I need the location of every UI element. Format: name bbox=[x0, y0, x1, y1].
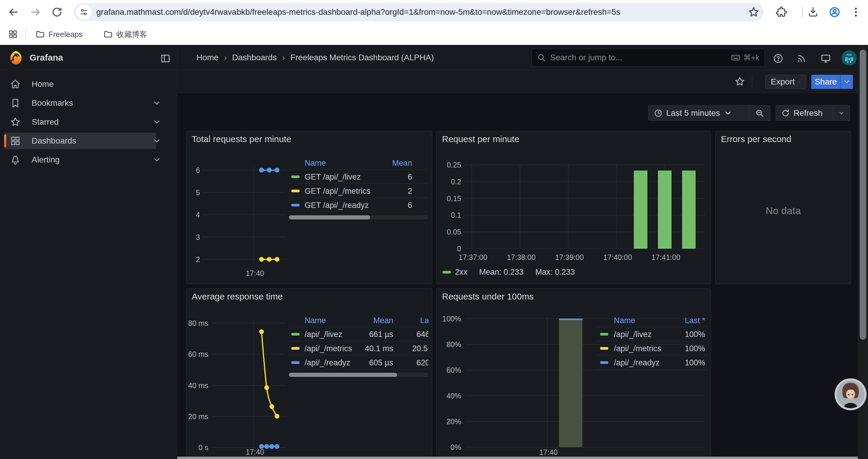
back-icon[interactable] bbox=[5, 4, 22, 21]
y-tick-label: 0.2 bbox=[451, 177, 461, 186]
reload-icon[interactable] bbox=[49, 4, 66, 21]
y-tick-label: 20% bbox=[446, 417, 461, 426]
share-menu-button[interactable] bbox=[840, 75, 853, 89]
legend-value-last: 100% bbox=[685, 344, 705, 353]
chevron-down-icon[interactable] bbox=[152, 136, 161, 145]
legend-row[interactable]: /api/_/metrics100% bbox=[596, 341, 708, 355]
series-point bbox=[259, 168, 264, 172]
sidebar-item-bookmarks[interactable]: Bookmarks bbox=[4, 95, 156, 111]
site-settings-icon[interactable] bbox=[76, 4, 92, 20]
legend-h-scrollbar[interactable] bbox=[288, 373, 428, 377]
menu-icon[interactable] bbox=[847, 4, 864, 21]
legend-row[interactable]: /api/_/livez661 µs646 µs bbox=[288, 327, 428, 341]
breadcrumb-dashboards[interactable]: Dashboards bbox=[232, 53, 277, 62]
time-range-picker[interactable]: Last 5 minutes bbox=[648, 105, 749, 121]
legend-row[interactable]: /api/_/livez100% bbox=[596, 327, 708, 341]
address-bar[interactable]: grafana.mathmast.com/d/deytv4rwavabkb/fr… bbox=[74, 3, 764, 21]
no-data-message: No data bbox=[716, 205, 851, 217]
legend-swatch bbox=[600, 333, 608, 335]
bookmark-folder-freeleaps[interactable]: Freeleaps bbox=[32, 27, 86, 42]
legend-row[interactable]: /api/_/readyz100% bbox=[596, 355, 708, 369]
monitor-icon[interactable] bbox=[818, 51, 833, 66]
legend-row[interactable]: GET /api/_/metrics2 bbox=[288, 184, 428, 198]
legend-value-last: 100% bbox=[685, 330, 705, 339]
bar-chart[interactable]: 00.050.10.150.20.2517:37:0017:38:0017:39… bbox=[437, 131, 711, 286]
chevron-down-icon[interactable] bbox=[152, 155, 161, 164]
grafana-app: Grafana Home › Dashboards › Freeleaps Me… bbox=[0, 45, 868, 459]
legend-row[interactable]: /api/_/readyz605 µs620 µs bbox=[288, 355, 428, 369]
legend-column-header[interactable]: Mean bbox=[373, 316, 393, 325]
search-input[interactable]: Search or jump to... ⌘+k bbox=[531, 49, 765, 66]
search-icon bbox=[537, 53, 546, 62]
home-icon bbox=[10, 79, 21, 90]
sidebar-item-home[interactable]: Home bbox=[4, 76, 156, 93]
favorite-star-icon[interactable] bbox=[733, 74, 747, 89]
legend-column-header[interactable]: Last * bbox=[685, 316, 705, 325]
y-tick-label: 4 bbox=[196, 210, 200, 219]
extensions-icon[interactable] bbox=[773, 4, 790, 21]
series-point bbox=[259, 444, 264, 449]
y-tick-label: 6 bbox=[196, 166, 200, 174]
y-tick-label: 0 s bbox=[198, 444, 208, 452]
grafana-sidebar: Home Bookmarks Starred Dashboards Alerti… bbox=[0, 70, 177, 459]
share-button[interactable]: Share bbox=[811, 75, 840, 89]
legend-column-header[interactable]: Name bbox=[614, 316, 635, 325]
legend-item-2xx[interactable]: 2xx Mean: 0.233 Max: 0.233 bbox=[442, 268, 575, 277]
apps-grid-icon[interactable] bbox=[5, 27, 21, 42]
sidebar-item-starred[interactable]: Starred bbox=[4, 114, 156, 130]
series-point bbox=[275, 257, 279, 262]
legend-value-mean: 40.1 ms bbox=[365, 344, 393, 353]
profile-icon[interactable] bbox=[826, 4, 843, 21]
legend-swatch bbox=[291, 333, 300, 335]
chevron-down-icon[interactable] bbox=[152, 99, 161, 107]
panel-errors-per-second: Errors per second No data bbox=[715, 131, 851, 284]
legend-column-header[interactable]: Name bbox=[305, 316, 326, 325]
legend-row[interactable]: /api/_/metrics40.1 ms20.5 ms bbox=[288, 341, 428, 355]
legend-column-header[interactable]: Last * bbox=[420, 316, 428, 325]
y-tick-label: 80% bbox=[446, 340, 461, 349]
help-icon[interactable] bbox=[771, 51, 785, 66]
vertical-scrollbar[interactable] bbox=[860, 50, 866, 340]
y-tick-label: 60 ms bbox=[188, 350, 208, 358]
breadcrumb: Home › Dashboards › Freeleaps Metrics Da… bbox=[196, 45, 434, 70]
sidebar-item-label: Bookmarks bbox=[32, 98, 73, 108]
sidebar-item-label: Dashboards bbox=[32, 136, 76, 145]
url-text: grafana.mathmast.com/d/deytv4rwavabkb/fr… bbox=[96, 7, 745, 17]
sidebar-item-alerting[interactable]: Alerting bbox=[4, 152, 156, 168]
series-point bbox=[267, 168, 272, 172]
panel-title[interactable]: Errors per second bbox=[721, 134, 791, 144]
downloads-icon[interactable] bbox=[804, 4, 822, 21]
sidebar-item-label: Starred bbox=[32, 117, 59, 127]
legend-series-name: GET /api/_/metrics bbox=[305, 187, 370, 196]
bar bbox=[682, 170, 696, 249]
legend-column-header[interactable]: Mean bbox=[392, 159, 412, 168]
sidebar-toggle-icon[interactable] bbox=[158, 51, 173, 66]
chevron-down-icon[interactable] bbox=[152, 118, 161, 126]
legend-series-name: /api/_/readyz bbox=[305, 358, 350, 367]
user-avatar[interactable] bbox=[841, 50, 857, 66]
legend-table: NameLast */api/_/livez100%/api/_/metrics… bbox=[596, 314, 708, 373]
forward-icon[interactable] bbox=[27, 4, 44, 21]
y-tick-label: 0.25 bbox=[447, 161, 461, 169]
x-tick-label: 17:37:00 bbox=[459, 253, 487, 261]
sidebar-item-dashboards[interactable]: Dashboards bbox=[4, 133, 156, 149]
bookmark-folder-blogs[interactable]: 收藏博客 bbox=[100, 27, 150, 42]
zoom-out-icon[interactable] bbox=[749, 105, 770, 121]
legend-row[interactable]: GET /api/_/readyz6 bbox=[288, 198, 428, 212]
refresh-interval-dropdown[interactable] bbox=[833, 105, 850, 121]
news-rss-icon[interactable] bbox=[794, 51, 809, 66]
folder-icon bbox=[103, 30, 113, 39]
export-button[interactable]: Export bbox=[765, 75, 806, 89]
legend-h-scrollbar[interactable] bbox=[288, 215, 428, 220]
refresh-button[interactable]: Refresh bbox=[776, 105, 833, 121]
legend-swatch bbox=[291, 175, 300, 178]
horizontal-scrollbar[interactable] bbox=[177, 457, 868, 459]
legend-row[interactable]: GET /api/_/livez6 bbox=[288, 169, 428, 184]
floating-avatar-widget[interactable] bbox=[834, 378, 867, 411]
series-point bbox=[259, 257, 264, 262]
grafana-logo[interactable] bbox=[8, 50, 24, 65]
panel-requests-under-100ms: Requests under 100ms 0%20%40%60%80%100%1… bbox=[436, 288, 711, 459]
legend-column-header[interactable]: Name bbox=[305, 159, 326, 168]
bookmark-star-icon[interactable] bbox=[745, 4, 762, 21]
breadcrumb-home[interactable]: Home bbox=[196, 53, 219, 62]
